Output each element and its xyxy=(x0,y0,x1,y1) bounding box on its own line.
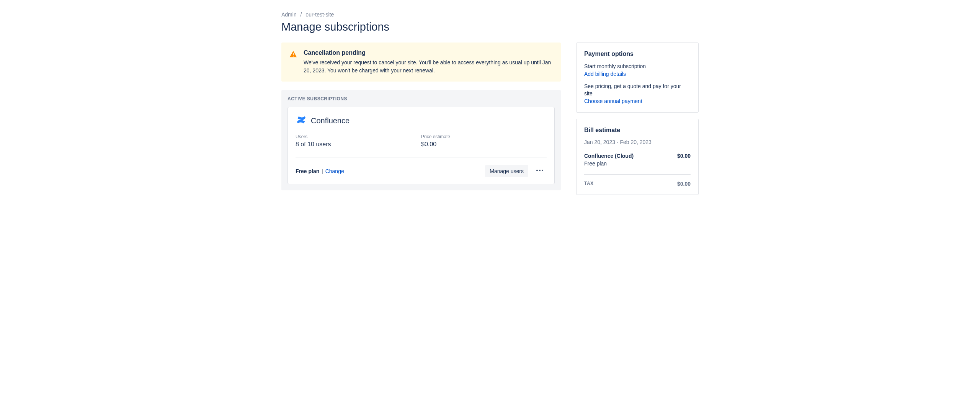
users-label: Users xyxy=(296,134,421,139)
payment-options-title: Payment options xyxy=(584,51,691,57)
banner-body: We've received your request to cancel yo… xyxy=(304,59,553,75)
more-actions-button[interactable] xyxy=(533,164,547,178)
svg-rect-0 xyxy=(293,53,294,55)
card-divider xyxy=(296,157,547,157)
banner-title: Cancellation pending xyxy=(304,49,553,56)
bill-estimate-card: Bill estimate Jan 20, 2023 - Feb 20, 202… xyxy=(576,119,699,195)
tax-value: $0.00 xyxy=(677,181,691,187)
payment-options-card: Payment options Start monthly subscripti… xyxy=(576,43,699,113)
breadcrumb-admin[interactable]: Admin xyxy=(281,11,297,18)
price-estimate-value: $0.00 xyxy=(421,141,547,148)
page-title: Manage subscriptions xyxy=(281,21,699,33)
active-subscriptions-panel: ACTIVE SUBSCRIPTIONS Confluence xyxy=(281,90,561,190)
annual-pricing-text: See pricing, get a quote and pay for you… xyxy=(584,83,691,98)
warning-icon xyxy=(289,50,297,75)
change-plan-link[interactable]: Change xyxy=(325,168,344,174)
svg-rect-1 xyxy=(293,56,294,57)
plan-name: Free plan xyxy=(296,168,319,174)
tax-label: TAX xyxy=(584,181,594,187)
svg-point-3 xyxy=(539,170,541,171)
subscription-card: Confluence Users 8 of 10 users Price est… xyxy=(287,107,555,184)
bill-line-item-name: Confluence (Cloud) xyxy=(584,153,634,159)
product-name: Confluence xyxy=(311,116,350,125)
plan-separator: | xyxy=(322,168,323,174)
svg-point-4 xyxy=(542,170,543,171)
bill-period: Jan 20, 2023 - Feb 20, 2023 xyxy=(584,139,691,145)
breadcrumb-separator: / xyxy=(301,11,302,18)
bill-estimate-title: Bill estimate xyxy=(584,127,691,134)
price-estimate-label: Price estimate xyxy=(421,134,547,139)
breadcrumb: Admin / our-test-site xyxy=(281,11,699,18)
manage-users-button[interactable]: Manage users xyxy=(485,165,528,177)
breadcrumb-site[interactable]: our-test-site xyxy=(305,11,334,18)
monthly-subscription-text: Start monthly subscription xyxy=(584,63,691,70)
users-value: 8 of 10 users xyxy=(296,141,421,148)
bill-line-item-value: $0.00 xyxy=(677,153,691,159)
svg-point-2 xyxy=(536,170,538,171)
bill-divider xyxy=(584,174,691,175)
choose-annual-payment-link[interactable]: Choose annual payment xyxy=(584,98,642,104)
add-billing-details-link[interactable]: Add billing details xyxy=(584,71,626,77)
confluence-icon xyxy=(296,114,307,127)
bill-line-item-plan: Free plan xyxy=(584,160,691,167)
active-subscriptions-header: ACTIVE SUBSCRIPTIONS xyxy=(287,96,555,101)
cancellation-banner: Cancellation pending We've received your… xyxy=(281,43,561,82)
more-horizontal-icon xyxy=(535,166,544,176)
